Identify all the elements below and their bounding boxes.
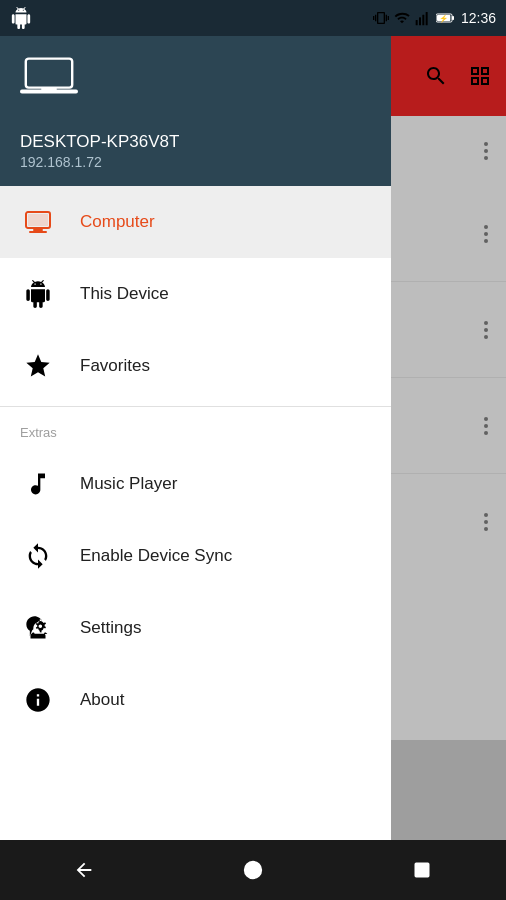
svg-rect-0 <box>416 20 418 25</box>
nav-item-favorites[interactable]: Favorites <box>0 330 391 402</box>
dots-menu-2[interactable] <box>484 225 488 243</box>
nav-item-about[interactable]: About <box>0 664 391 736</box>
right-item-2[interactable] <box>391 186 506 282</box>
nav-item-computer[interactable]: Computer <box>0 186 391 258</box>
extras-label: Extras <box>0 411 391 448</box>
nav-item-this-device[interactable]: This Device <box>0 258 391 330</box>
nav-label-music-player: Music Player <box>80 474 177 494</box>
svg-rect-3 <box>426 12 428 25</box>
svg-rect-15 <box>29 231 47 233</box>
right-item-5[interactable] <box>391 474 506 570</box>
wifi-icon <box>394 10 410 26</box>
nav-label-enable-device-sync: Enable Device Sync <box>80 546 232 566</box>
svg-rect-1 <box>419 17 421 25</box>
status-time: 12:36 <box>461 10 496 26</box>
drawer: Computer This Device Favorites Extras Mu… <box>0 186 391 840</box>
android-icon <box>10 7 32 29</box>
sync-icon <box>20 538 56 574</box>
svg-rect-5 <box>452 16 454 20</box>
status-icons: ⚡ 12:36 <box>373 10 496 26</box>
laptop-icon <box>20 54 78 98</box>
nav-label-computer: Computer <box>80 212 155 232</box>
svg-rect-2 <box>422 15 424 26</box>
svg-rect-11 <box>41 88 56 92</box>
computer-icon <box>20 204 56 240</box>
search-icon[interactable] <box>424 64 448 88</box>
battery-icon: ⚡ <box>436 10 456 26</box>
svg-text:⚡: ⚡ <box>439 14 449 23</box>
svg-point-16 <box>245 862 262 879</box>
back-button[interactable] <box>59 845 109 895</box>
laptop-icon-container <box>20 54 78 98</box>
right-item-1[interactable] <box>391 116 506 186</box>
device-ip: 192.168.1.72 <box>20 154 371 170</box>
nav-label-this-device: This Device <box>80 284 169 304</box>
grid-icon[interactable] <box>468 64 492 88</box>
toolbar-right <box>391 36 506 116</box>
recents-button[interactable] <box>397 845 447 895</box>
drawer-header <box>0 36 391 116</box>
nav-item-enable-device-sync[interactable]: Enable Device Sync <box>0 520 391 592</box>
nav-item-settings[interactable]: Settings <box>0 592 391 664</box>
info-icon <box>20 682 56 718</box>
home-button[interactable] <box>228 845 278 895</box>
nav-divider <box>0 406 391 407</box>
right-item-3[interactable] <box>391 282 506 378</box>
signal-icon <box>415 10 431 26</box>
right-item-4[interactable] <box>391 378 506 474</box>
vibrate-icon <box>373 10 389 26</box>
settings-icon <box>20 610 56 646</box>
device-name: DESKTOP-KP36V8T <box>20 132 371 152</box>
dots-menu-3[interactable] <box>484 321 488 339</box>
bottom-nav <box>0 840 506 900</box>
star-icon <box>20 348 56 384</box>
dots-menu-1[interactable] <box>484 142 488 160</box>
svg-rect-13 <box>28 214 48 226</box>
dots-menu-4[interactable] <box>484 417 488 435</box>
nav-label-favorites: Favorites <box>80 356 150 376</box>
device-info: DESKTOP-KP36V8T 192.168.1.72 <box>0 116 391 186</box>
main-right <box>391 116 506 740</box>
status-bar: ⚡ 12:36 <box>0 0 506 36</box>
svg-rect-9 <box>28 61 71 86</box>
music-icon <box>20 466 56 502</box>
dots-menu-5[interactable] <box>484 513 488 531</box>
nav-label-about: About <box>80 690 124 710</box>
nav-label-settings: Settings <box>80 618 141 638</box>
nav-item-music-player[interactable]: Music Player <box>0 448 391 520</box>
svg-rect-14 <box>33 229 43 231</box>
svg-rect-17 <box>415 863 428 876</box>
android-device-icon <box>20 276 56 312</box>
